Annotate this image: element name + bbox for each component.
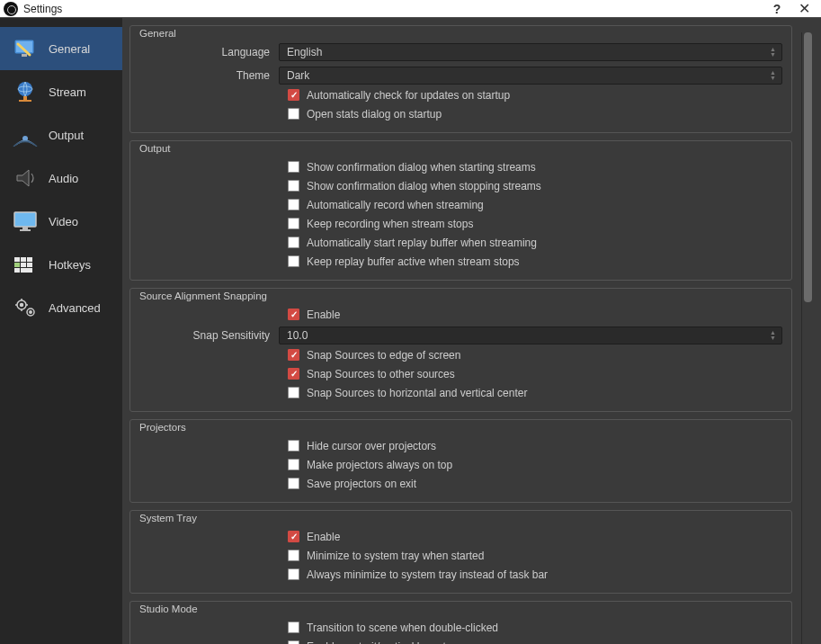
- checkbox-confirm-stop[interactable]: [288, 180, 299, 192]
- checkbox-snap-center[interactable]: [288, 387, 299, 398]
- keyboard-icon: [11, 252, 40, 277]
- label-snap-edge: Snap Sources to edge of screen: [307, 349, 460, 362]
- label-confirm-stop: Show confirmation dialog when stopping s…: [307, 180, 541, 192]
- scroll-thumb[interactable]: [804, 32, 812, 302]
- updown-icon: ▲▼: [770, 70, 776, 81]
- close-button[interactable]: ✕: [790, 0, 817, 17]
- svg-rect-10: [20, 229, 31, 231]
- titlebar: Settings ? ✕: [0, 0, 821, 17]
- speaker-icon: [11, 165, 40, 191]
- sidebar-label-output: Output: [49, 129, 84, 142]
- label-tray-min-start: Minimize to system tray when started: [307, 550, 484, 562]
- wrench-icon: [11, 36, 40, 61]
- svg-rect-2: [22, 54, 27, 57]
- label-confirm-start: Show confirmation dialog when starting s…: [307, 161, 536, 174]
- label-snap-sensitivity: Snap Sensitivity: [139, 329, 279, 342]
- checkbox-open-stats[interactable]: [288, 108, 299, 120]
- svg-point-22: [30, 311, 31, 313]
- svg-rect-5: [23, 96, 27, 100]
- updown-icon: ▲▼: [770, 330, 776, 341]
- label-keep-recording: Keep recording when stream stops: [307, 218, 473, 230]
- combo-language-value: English: [287, 46, 322, 58]
- label-projector-top: Make projectors always on top: [307, 459, 452, 471]
- label-studio-dblclick: Transition to scene when double-clicked: [307, 622, 498, 634]
- checkbox-snap-other[interactable]: [288, 368, 299, 380]
- svg-rect-11: [14, 257, 20, 262]
- sidebar-item-general[interactable]: General: [0, 27, 122, 70]
- label-snap-enable: Enable: [307, 309, 340, 321]
- label-studio-portrait: Enable portrait/vertical layout: [307, 640, 446, 645]
- svg-rect-15: [21, 263, 26, 267]
- checkbox-tray-always-min[interactable]: [288, 568, 299, 580]
- label-auto-updates: Automatically check for updates on start…: [307, 89, 510, 102]
- vertical-scrollbar[interactable]: [801, 32, 814, 644]
- group-title-systray: System Tray: [139, 513, 782, 523]
- label-theme: Theme: [139, 69, 279, 82]
- help-button[interactable]: ?: [763, 0, 790, 17]
- spin-snap-sensitivity-value: 10.0: [287, 329, 308, 342]
- app-icon: [4, 2, 18, 16]
- sidebar-item-hotkeys[interactable]: Hotkeys: [0, 243, 122, 286]
- group-systray: System Tray Enable Minimize to system tr…: [129, 510, 792, 594]
- checkbox-confirm-start[interactable]: [288, 161, 299, 173]
- sidebar-label-advanced: Advanced: [49, 301, 101, 315]
- svg-rect-14: [14, 263, 20, 267]
- svg-rect-8: [14, 212, 36, 227]
- checkbox-auto-record[interactable]: [288, 199, 299, 210]
- svg-rect-13: [27, 257, 32, 262]
- group-projectors: Projectors Hide cursor over projectors M…: [129, 419, 792, 503]
- group-title-projectors: Projectors: [139, 422, 782, 433]
- combo-theme[interactable]: Dark ▲▼: [279, 67, 782, 85]
- updown-icon: ▲▼: [770, 47, 776, 58]
- sidebar-label-hotkeys: Hotkeys: [49, 258, 91, 272]
- checkbox-hide-cursor[interactable]: [288, 440, 299, 452]
- svg-point-3: [18, 82, 32, 96]
- group-output: Output Show confirmation dialog when sta…: [129, 140, 792, 281]
- group-title-output: Output: [139, 143, 782, 154]
- sidebar-label-audio: Audio: [49, 172, 78, 185]
- svg-rect-9: [22, 227, 28, 229]
- label-hide-cursor: Hide cursor over projectors: [307, 440, 436, 452]
- sidebar-label-stream: Stream: [49, 85, 86, 99]
- group-title-studio: Studio Mode: [139, 604, 782, 614]
- spin-snap-sensitivity[interactable]: 10.0 ▲▼: [279, 326, 782, 344]
- label-auto-record: Automatically record when streaming: [307, 199, 484, 211]
- sidebar-label-video: Video: [49, 215, 78, 228]
- checkbox-keep-recording[interactable]: [288, 218, 299, 229]
- svg-point-20: [21, 304, 23, 307]
- label-save-projectors: Save projectors on exit: [307, 478, 416, 490]
- label-auto-replay: Automatically start replay buffer when s…: [307, 237, 537, 249]
- label-snap-center: Snap Sources to horizontal and vertical …: [307, 387, 527, 399]
- globe-icon: [11, 79, 40, 104]
- svg-rect-16: [27, 263, 32, 267]
- sidebar-item-stream[interactable]: Stream: [0, 70, 122, 113]
- checkbox-save-projectors[interactable]: [288, 478, 299, 489]
- checkbox-auto-replay[interactable]: [288, 237, 299, 248]
- label-tray-enable: Enable: [307, 531, 340, 543]
- label-keep-replay: Keep replay buffer active when stream st…: [307, 255, 520, 268]
- checkbox-tray-enable[interactable]: [288, 531, 299, 542]
- group-studio: Studio Mode Transition to scene when dou…: [129, 601, 792, 644]
- svg-rect-17: [14, 268, 20, 273]
- sidebar-item-video[interactable]: Video: [0, 200, 122, 243]
- checkbox-studio-portrait[interactable]: [288, 640, 299, 644]
- label-tray-always-min: Always minimize to system tray instead o…: [307, 568, 548, 581]
- monitor-icon: [11, 209, 40, 234]
- label-language: Language: [139, 46, 279, 58]
- checkbox-tray-min-start[interactable]: [288, 550, 299, 561]
- combo-language[interactable]: English ▲▼: [279, 43, 782, 61]
- sidebar-item-audio[interactable]: Audio: [0, 157, 122, 200]
- checkbox-snap-enable[interactable]: [288, 309, 299, 320]
- checkbox-keep-replay[interactable]: [288, 255, 299, 267]
- sidebar-item-advanced[interactable]: Advanced: [0, 286, 122, 329]
- svg-rect-6: [19, 100, 31, 102]
- group-title-snapping: Source Alignment Snapping: [139, 291, 782, 301]
- checkbox-auto-updates[interactable]: [288, 89, 299, 101]
- checkbox-studio-dblclick[interactable]: [288, 622, 299, 633]
- svg-rect-12: [21, 257, 26, 262]
- settings-content: General Language English ▲▼ Theme: [129, 25, 801, 644]
- sidebar-item-output[interactable]: Output: [0, 113, 122, 157]
- gears-icon: [11, 295, 40, 320]
- checkbox-projector-top[interactable]: [288, 459, 299, 470]
- checkbox-snap-edge[interactable]: [288, 349, 299, 361]
